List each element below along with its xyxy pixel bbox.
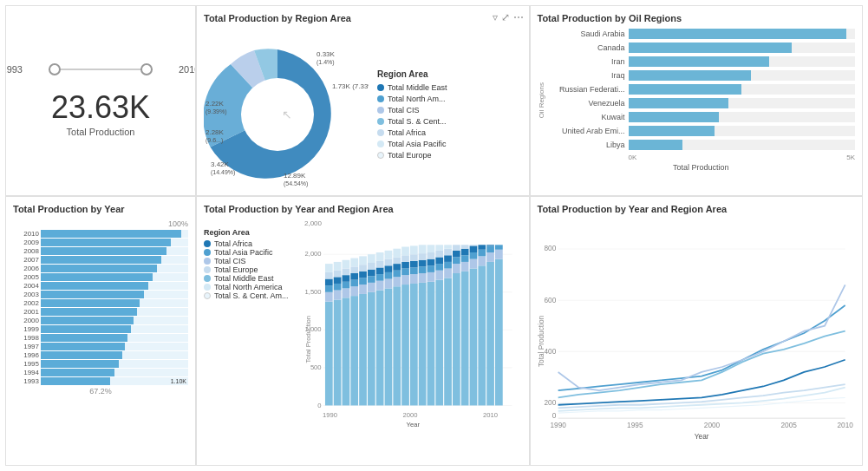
- svg-rect-95: [419, 245, 427, 253]
- slider-handle-right[interactable]: [140, 63, 153, 75]
- legend-label-3: Total S. & Cent...: [388, 117, 447, 126]
- svg-text:Total Production: Total Production: [538, 315, 545, 367]
- oil-x-tick-1: 5K: [846, 154, 855, 161]
- oil-x-tick-0: 0K: [629, 154, 637, 161]
- svg-rect-48: [359, 294, 367, 406]
- svg-rect-106: [435, 251, 443, 258]
- year-bar-1995: 1995: [13, 360, 188, 368]
- svg-rect-128: [470, 245, 478, 245]
- svg-rect-114: [453, 273, 460, 405]
- legend-dot-1: [377, 95, 384, 102]
- svg-rect-41: [343, 260, 350, 269]
- stacked-dot-me: [204, 275, 211, 282]
- oil-bar-track-1: [629, 43, 856, 53]
- svg-rect-43: [350, 286, 358, 296]
- year-bar-2003: 2003: [13, 291, 188, 298]
- year-bar-1994: 1994: [13, 369, 188, 376]
- expand-icon[interactable]: ⤢: [501, 11, 510, 23]
- oil-x-axis: 0K 5K: [547, 154, 856, 161]
- legend-label-4: Total Africa: [388, 128, 426, 137]
- svg-text:0: 0: [551, 412, 556, 420]
- top-left-panel: 1993 2010 23.63K Total Production: [5, 5, 196, 196]
- svg-rect-126: [470, 252, 478, 259]
- svg-rect-67: [385, 279, 393, 289]
- stacked-legend-asia: Total Asia Pacific: [204, 248, 299, 257]
- year-bar-2004: 2004: [13, 282, 188, 290]
- svg-rect-28: [325, 272, 333, 279]
- svg-rect-76: [393, 257, 401, 264]
- svg-rect-130: [478, 256, 486, 265]
- year-range-slider[interactable]: 1993 2010: [5, 64, 196, 75]
- svg-rect-119: [461, 271, 469, 406]
- slider-track[interactable]: [49, 69, 153, 70]
- oil-bar-fill-5: [629, 98, 728, 108]
- year-bars: 2010 2009 2008 2007 2006 2005: [13, 230, 188, 385]
- donut-chart-svg[interactable]: 0.33K (1.4%) 1.73K (7.33%) 2.22K (9.39%)…: [204, 41, 369, 188]
- year-start-label: 1993: [5, 64, 23, 75]
- oil-bar-label-8: Libya: [547, 141, 625, 149]
- svg-rect-79: [401, 275, 409, 285]
- stacked-legend-sa: Total S. & Cent. Am...: [204, 291, 299, 300]
- more-icon[interactable]: ⋯: [513, 11, 524, 23]
- by-year-title: Total Production by Year: [13, 204, 188, 214]
- oil-bar-label-2: Iran: [547, 57, 625, 66]
- svg-text:400: 400: [544, 348, 556, 356]
- svg-text:(54.54%): (54.54%): [284, 180, 308, 187]
- svg-rect-66: [385, 288, 393, 405]
- oil-regions-panel: Total Production by Oil Regions Oil Regi…: [530, 5, 864, 196]
- oil-bar-track-2: [629, 56, 856, 67]
- svg-text:↖: ↖: [282, 108, 292, 121]
- oil-bar-fill-7: [629, 126, 715, 136]
- svg-rect-101: [427, 245, 435, 252]
- stacked-bar-svg: 2,000 1,500 1,000 500 0 Total Production: [304, 219, 522, 455]
- stacked-label-africa: Total Africa: [214, 239, 252, 248]
- svg-rect-27: [325, 279, 333, 286]
- legend-dot-3: [377, 118, 384, 125]
- line-chart-area: 800 600 400 200 0 Total Production: [538, 219, 856, 458]
- oil-bar-fill-0: [629, 29, 846, 39]
- svg-rect-58: [368, 263, 375, 270]
- year-bar-1996: 1996: [13, 351, 188, 359]
- svg-rect-42: [350, 296, 358, 405]
- oil-bar-row-3: Iraq: [547, 70, 856, 81]
- svg-rect-39: [343, 275, 350, 282]
- donut-content: 0.33K (1.4%) 1.73K (7.33%) 2.22K (9.39%)…: [204, 41, 522, 188]
- svg-rect-125: [470, 259, 478, 269]
- stacked-legend-europe: Total Europe: [204, 265, 299, 274]
- svg-rect-29: [325, 264, 333, 272]
- svg-rect-46: [350, 266, 358, 273]
- svg-rect-104: [435, 264, 443, 271]
- oil-bar-label-0: Saudi Arabia: [547, 29, 625, 38]
- svg-rect-57: [368, 270, 375, 277]
- svg-rect-138: [495, 250, 503, 259]
- year-bar-1999: 1999: [13, 325, 188, 333]
- filter-icon[interactable]: ▿: [493, 11, 498, 23]
- legend-label-2: Total CIS: [388, 106, 420, 114]
- svg-rect-120: [461, 262, 469, 271]
- year-bar-1998: 1998: [13, 334, 188, 342]
- svg-rect-137: [495, 259, 503, 406]
- svg-rect-54: [368, 292, 375, 406]
- svg-rect-133: [486, 262, 494, 406]
- stacked-y-max: 2,000: [304, 219, 322, 227]
- legend-dot-5: [377, 141, 384, 147]
- svg-rect-61: [376, 281, 384, 291]
- year-bar-2007: 2007: [13, 256, 188, 264]
- svg-rect-80: [401, 269, 409, 276]
- svg-rect-60: [376, 291, 384, 406]
- oil-bar-row-7: United Arab Emi...: [547, 126, 856, 136]
- svg-text:(9.39%): (9.39%): [206, 108, 227, 115]
- year-bar-2002: 2002: [13, 299, 188, 307]
- year-bar-2008: 2008: [13, 247, 188, 255]
- svg-rect-68: [385, 272, 393, 279]
- legend-item-6: Total Europe: [377, 151, 447, 160]
- total-production-label: Total Production: [67, 127, 135, 137]
- svg-text:0: 0: [317, 402, 321, 409]
- svg-rect-75: [393, 264, 401, 271]
- oil-bar-row-2: Iran: [547, 56, 856, 67]
- svg-text:(9.6...): (9.6...): [206, 137, 223, 144]
- slider-handle-left[interactable]: [49, 63, 61, 75]
- year-end-label: 2010: [179, 64, 196, 75]
- svg-text:2000: 2000: [703, 422, 720, 429]
- svg-rect-100: [427, 252, 435, 259]
